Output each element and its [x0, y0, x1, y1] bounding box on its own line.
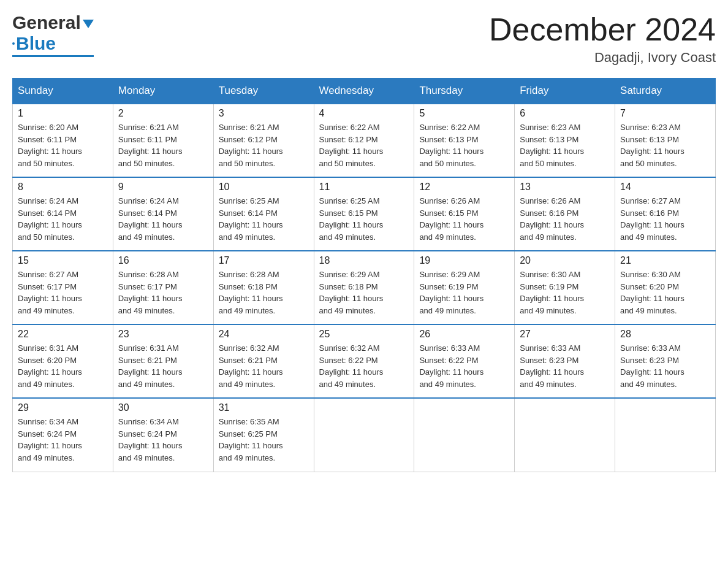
day-info: Sunrise: 6:32 AMSunset: 6:22 PMDaylight:…: [319, 342, 409, 390]
logo: General Blue: [12, 12, 94, 57]
calendar-cell: 5Sunrise: 6:22 AMSunset: 6:13 PMDaylight…: [414, 104, 515, 177]
calendar-table: SundayMondayTuesdayWednesdayThursdayFrid…: [12, 78, 716, 472]
week-row-2: 8Sunrise: 6:24 AMSunset: 6:14 PMDaylight…: [13, 177, 716, 251]
calendar-cell: 4Sunrise: 6:22 AMSunset: 6:12 PMDaylight…: [314, 104, 414, 177]
day-number: 11: [319, 182, 409, 193]
day-number: 13: [520, 182, 610, 193]
day-number: 14: [620, 182, 710, 193]
day-number: 10: [219, 182, 309, 193]
calendar-cell: 17Sunrise: 6:28 AMSunset: 6:18 PMDayligh…: [213, 251, 314, 324]
week-row-3: 15Sunrise: 6:27 AMSunset: 6:17 PMDayligh…: [13, 251, 716, 324]
day-info: Sunrise: 6:30 AMSunset: 6:19 PMDaylight:…: [520, 269, 610, 316]
day-info: Sunrise: 6:20 AMSunset: 6:11 PMDaylight:…: [18, 121, 108, 169]
day-number: 27: [520, 329, 610, 340]
day-number: 7: [620, 108, 710, 119]
calendar-cell: 11Sunrise: 6:25 AMSunset: 6:15 PMDayligh…: [314, 177, 414, 251]
day-info: Sunrise: 6:22 AMSunset: 6:13 PMDaylight:…: [419, 121, 509, 169]
day-info: Sunrise: 6:34 AMSunset: 6:24 PMDaylight:…: [118, 416, 208, 464]
calendar-cell: 1Sunrise: 6:20 AMSunset: 6:11 PMDaylight…: [13, 104, 113, 177]
day-number: 25: [319, 329, 409, 340]
day-number: 31: [219, 402, 309, 413]
day-number: 3: [219, 108, 309, 119]
calendar-cell: 16Sunrise: 6:28 AMSunset: 6:17 PMDayligh…: [113, 251, 213, 324]
day-number: 26: [419, 329, 509, 340]
calendar-cell: 9Sunrise: 6:24 AMSunset: 6:14 PMDaylight…: [113, 177, 213, 251]
calendar-cell: [515, 398, 615, 472]
calendar-cell: 13Sunrise: 6:26 AMSunset: 6:16 PMDayligh…: [515, 177, 615, 251]
calendar-cell: [314, 398, 414, 472]
header-row: SundayMondayTuesdayWednesdayThursdayFrid…: [13, 79, 716, 104]
calendar-cell: 28Sunrise: 6:33 AMSunset: 6:23 PMDayligh…: [615, 324, 716, 398]
weekday-header-wednesday: Wednesday: [314, 79, 414, 104]
day-number: 28: [620, 329, 710, 340]
day-number: 5: [419, 108, 509, 119]
day-number: 17: [219, 255, 309, 266]
page-header: General Blue December 2024 Dagadji, Ivor…: [12, 12, 716, 66]
calendar-cell: 18Sunrise: 6:29 AMSunset: 6:18 PMDayligh…: [314, 251, 414, 324]
weekday-header-friday: Friday: [515, 79, 615, 104]
day-info: Sunrise: 6:26 AMSunset: 6:16 PMDaylight:…: [520, 195, 610, 243]
logo-general: General: [12, 12, 81, 33]
day-info: Sunrise: 6:24 AMSunset: 6:14 PMDaylight:…: [18, 195, 108, 243]
day-info: Sunrise: 6:25 AMSunset: 6:14 PMDaylight:…: [219, 195, 309, 243]
calendar-cell: 12Sunrise: 6:26 AMSunset: 6:15 PMDayligh…: [414, 177, 515, 251]
calendar-cell: 22Sunrise: 6:31 AMSunset: 6:20 PMDayligh…: [13, 324, 113, 398]
day-info: Sunrise: 6:28 AMSunset: 6:18 PMDaylight:…: [219, 269, 309, 316]
calendar-cell: 30Sunrise: 6:34 AMSunset: 6:24 PMDayligh…: [113, 398, 213, 472]
calendar-cell: 8Sunrise: 6:24 AMSunset: 6:14 PMDaylight…: [13, 177, 113, 251]
calendar-cell: 15Sunrise: 6:27 AMSunset: 6:17 PMDayligh…: [13, 251, 113, 324]
day-info: Sunrise: 6:34 AMSunset: 6:24 PMDaylight:…: [18, 416, 108, 464]
logo-underline: [12, 55, 94, 57]
calendar-cell: 20Sunrise: 6:30 AMSunset: 6:19 PMDayligh…: [515, 251, 615, 324]
day-info: Sunrise: 6:33 AMSunset: 6:23 PMDaylight:…: [520, 342, 610, 390]
day-number: 24: [219, 329, 309, 340]
day-number: 23: [118, 329, 208, 340]
day-info: Sunrise: 6:24 AMSunset: 6:14 PMDaylight:…: [118, 195, 208, 243]
calendar-cell: 3Sunrise: 6:21 AMSunset: 6:12 PMDaylight…: [213, 104, 314, 177]
day-info: Sunrise: 6:30 AMSunset: 6:20 PMDaylight:…: [620, 269, 710, 316]
day-info: Sunrise: 6:25 AMSunset: 6:15 PMDaylight:…: [319, 195, 409, 243]
day-info: Sunrise: 6:35 AMSunset: 6:25 PMDaylight:…: [219, 416, 309, 464]
day-info: Sunrise: 6:32 AMSunset: 6:21 PMDaylight:…: [219, 342, 309, 390]
weekday-header-thursday: Thursday: [414, 79, 515, 104]
day-info: Sunrise: 6:33 AMSunset: 6:22 PMDaylight:…: [419, 342, 509, 390]
day-number: 1: [18, 108, 108, 119]
calendar-cell: 25Sunrise: 6:32 AMSunset: 6:22 PMDayligh…: [314, 324, 414, 398]
day-number: 16: [118, 255, 208, 266]
calendar-cell: 27Sunrise: 6:33 AMSunset: 6:23 PMDayligh…: [515, 324, 615, 398]
weekday-header-tuesday: Tuesday: [213, 79, 314, 104]
day-info: Sunrise: 6:27 AMSunset: 6:16 PMDaylight:…: [620, 195, 710, 243]
calendar-cell: 19Sunrise: 6:29 AMSunset: 6:19 PMDayligh…: [414, 251, 515, 324]
title-block: December 2024 Dagadji, Ivory Coast: [489, 12, 716, 66]
day-info: Sunrise: 6:31 AMSunset: 6:21 PMDaylight:…: [118, 342, 208, 390]
day-number: 22: [18, 329, 108, 340]
calendar-cell: [414, 398, 515, 472]
day-info: Sunrise: 6:33 AMSunset: 6:23 PMDaylight:…: [620, 342, 710, 390]
week-row-1: 1Sunrise: 6:20 AMSunset: 6:11 PMDaylight…: [13, 104, 716, 177]
calendar-cell: 26Sunrise: 6:33 AMSunset: 6:22 PMDayligh…: [414, 324, 515, 398]
day-number: 18: [319, 255, 409, 266]
calendar-cell: 10Sunrise: 6:25 AMSunset: 6:14 PMDayligh…: [213, 177, 314, 251]
calendar-cell: 31Sunrise: 6:35 AMSunset: 6:25 PMDayligh…: [213, 398, 314, 472]
calendar-cell: 21Sunrise: 6:30 AMSunset: 6:20 PMDayligh…: [615, 251, 716, 324]
day-number: 8: [18, 182, 108, 193]
weekday-header-monday: Monday: [113, 79, 213, 104]
logo-blue: Blue: [16, 33, 56, 54]
week-row-5: 29Sunrise: 6:34 AMSunset: 6:24 PMDayligh…: [13, 398, 716, 472]
day-number: 15: [18, 255, 108, 266]
month-title: December 2024: [489, 12, 716, 47]
day-number: 21: [620, 255, 710, 266]
day-number: 29: [18, 402, 108, 413]
calendar-cell: 29Sunrise: 6:34 AMSunset: 6:24 PMDayligh…: [13, 398, 113, 472]
day-number: 6: [520, 108, 610, 119]
location-label: Dagadji, Ivory Coast: [489, 50, 716, 66]
day-number: 30: [118, 402, 208, 413]
day-info: Sunrise: 6:29 AMSunset: 6:19 PMDaylight:…: [419, 269, 509, 316]
day-info: Sunrise: 6:21 AMSunset: 6:11 PMDaylight:…: [118, 121, 208, 169]
day-number: 19: [419, 255, 509, 266]
day-info: Sunrise: 6:23 AMSunset: 6:13 PMDaylight:…: [620, 121, 710, 169]
day-info: Sunrise: 6:23 AMSunset: 6:13 PMDaylight:…: [520, 121, 610, 169]
day-info: Sunrise: 6:27 AMSunset: 6:17 PMDaylight:…: [18, 269, 108, 316]
calendar-cell: 24Sunrise: 6:32 AMSunset: 6:21 PMDayligh…: [213, 324, 314, 398]
day-info: Sunrise: 6:31 AMSunset: 6:20 PMDaylight:…: [18, 342, 108, 390]
